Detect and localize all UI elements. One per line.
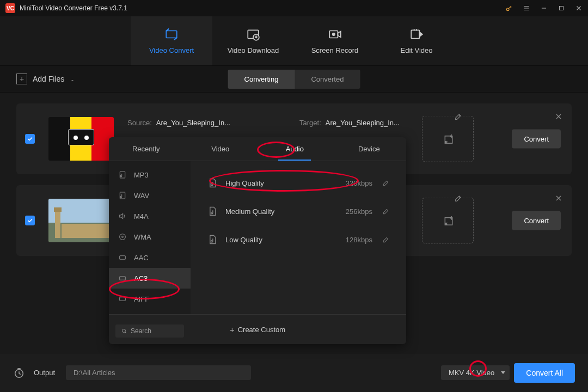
svg-rect-14: [120, 256, 126, 260]
clock-icon[interactable]: [13, 367, 25, 379]
popup-tab-recently[interactable]: Recently: [109, 137, 183, 161]
format-wav[interactable]: WAV: [109, 185, 191, 206]
format-picker: Recently Video Audio Device MP3 WAV M4A …: [109, 137, 406, 344]
output-path[interactable]: D:\All Articles: [66, 365, 251, 380]
format-aac[interactable]: AAC: [109, 247, 191, 268]
menu-icon[interactable]: [523, 4, 530, 12]
svg-rect-1: [560, 7, 564, 10]
quality-rate: 320kbps: [346, 179, 372, 187]
maximize-icon[interactable]: [558, 4, 565, 12]
format-mp3[interactable]: MP3: [109, 164, 191, 185]
format-list[interactable]: MP3 WAV M4A WMA AAC AC3 AIFF M4B: [109, 161, 191, 314]
edit-icon[interactable]: [382, 207, 390, 215]
expand-icon: [443, 216, 453, 225]
music-file-icon: [207, 206, 218, 217]
bottom-bar: Output D:\All Articles MKV 4K Video Conv…: [0, 353, 588, 392]
quality-low[interactable]: Low Quality 128kbps: [201, 225, 395, 254]
format-ac3[interactable]: AC3: [109, 268, 191, 289]
svg-point-6: [333, 33, 335, 35]
create-custom-button[interactable]: + Create Custom: [230, 325, 285, 334]
quality-rate: 128kbps: [346, 236, 372, 244]
nav-video-convert[interactable]: Video Convert: [131, 16, 212, 65]
global-format-select[interactable]: MKV 4K Video: [441, 365, 510, 380]
music-file-icon: [207, 234, 218, 245]
close-icon[interactable]: [575, 4, 583, 12]
target-label: Target:: [299, 119, 321, 127]
disc-icon: [118, 232, 127, 242]
edit-video-icon: [409, 28, 424, 41]
speaker-icon: [118, 211, 127, 221]
main-nav: Video Convert Video Download Screen Reco…: [0, 16, 588, 65]
quality-medium[interactable]: Medium Quality 256kbps: [201, 197, 395, 225]
status-tabs: Converting Converted: [228, 70, 360, 89]
title-bar: VC MiniTool Video Converter Free v3.7.1: [0, 0, 588, 16]
svg-point-12: [120, 234, 126, 240]
remove-row-icon[interactable]: [554, 112, 563, 121]
search-placeholder: Search: [131, 327, 151, 335]
app-title: MiniTool Video Converter Free v3.7.1: [20, 4, 505, 12]
edit-icon[interactable]: [382, 179, 390, 187]
target-filename: Are_You_Sleeping_In...: [326, 119, 400, 127]
format-wma[interactable]: WMA: [109, 226, 191, 247]
svg-point-13: [122, 236, 124, 238]
nav-label: Video Download: [228, 46, 279, 54]
convert-all-button[interactable]: Convert All: [514, 363, 575, 383]
badge-icon: [118, 253, 127, 262]
quality-name: High Quality: [225, 179, 346, 187]
toolbar: + Add Files Converting Converted: [0, 65, 588, 93]
row-checkbox[interactable]: [25, 216, 35, 225]
plus-icon: +: [230, 325, 235, 334]
quality-high[interactable]: High Quality 320kbps: [201, 169, 395, 197]
audio-file-icon: [118, 170, 127, 180]
badge-icon: [118, 294, 127, 304]
search-icon: [121, 328, 127, 334]
output-label: Output: [34, 369, 55, 377]
add-files-button[interactable]: + Add Files: [16, 74, 75, 84]
nav-edit-video[interactable]: Edit Video: [376, 16, 457, 65]
nav-label: Edit Video: [400, 46, 432, 54]
quality-name: Medium Quality: [225, 207, 346, 216]
svg-rect-15: [120, 277, 126, 280]
chevron-down-icon: [501, 371, 505, 374]
row-checkbox[interactable]: [25, 134, 35, 144]
convert-button[interactable]: Convert: [512, 130, 561, 149]
nav-video-download[interactable]: Video Download: [212, 16, 294, 65]
file-thumbnail: [48, 199, 114, 242]
format-m4a[interactable]: M4A: [109, 206, 191, 226]
edit-icon[interactable]: [382, 236, 390, 243]
file-thumbnail: [48, 117, 114, 161]
nav-screen-record[interactable]: Screen Record: [294, 16, 376, 65]
create-custom-label: Create Custom: [238, 326, 285, 334]
remove-row-icon[interactable]: [554, 194, 563, 203]
chevron-down-icon: [70, 76, 75, 82]
popup-tab-video[interactable]: Video: [183, 137, 258, 161]
minimize-icon[interactable]: [540, 4, 548, 12]
nav-label: Video Convert: [149, 46, 194, 54]
format-aiff[interactable]: AIFF: [109, 289, 191, 309]
svg-point-18: [122, 329, 126, 333]
download-icon: [246, 28, 261, 41]
format-chip-label: MKV 4K Video: [449, 369, 494, 377]
app-logo-icon: VC: [5, 3, 15, 13]
quality-rate: 256kbps: [346, 207, 372, 216]
target-format-box[interactable]: [422, 198, 474, 244]
format-search-input[interactable]: Search: [115, 324, 184, 338]
badge-icon: [118, 273, 127, 283]
source-label: Source:: [127, 119, 152, 127]
quality-name: Low Quality: [225, 236, 346, 244]
key-icon[interactable]: [505, 4, 513, 12]
target-format-box[interactable]: [422, 116, 474, 162]
convert-button[interactable]: Convert: [512, 211, 561, 230]
tab-converting[interactable]: Converting: [228, 70, 295, 89]
expand-icon: [443, 134, 453, 144]
svg-point-0: [506, 8, 509, 11]
popup-tab-device[interactable]: Device: [332, 137, 407, 161]
popup-tab-audio[interactable]: Audio: [258, 137, 332, 161]
tab-converted[interactable]: Converted: [295, 70, 360, 89]
source-filename: Are_You_Sleeping_In...: [156, 119, 230, 127]
nav-label: Screen Record: [311, 46, 359, 54]
format-m4b[interactable]: M4B: [109, 309, 191, 314]
quality-list: High Quality 320kbps Medium Quality 256k…: [191, 161, 406, 314]
music-file-icon: [207, 177, 218, 188]
svg-rect-7: [411, 30, 419, 38]
